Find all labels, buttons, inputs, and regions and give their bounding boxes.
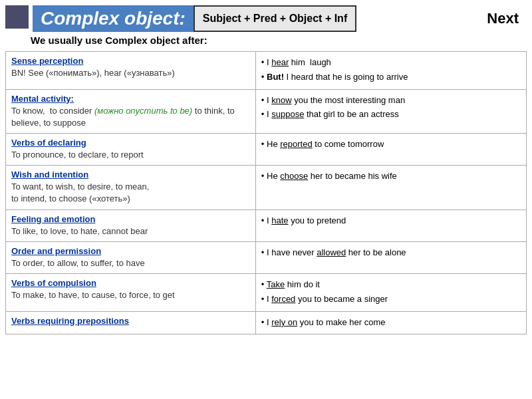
example-line: • I have never allowed her to be alone — [261, 246, 521, 260]
example-cell-verbs-compulsion: • Take him do it • I forced you to becam… — [255, 273, 526, 311]
example-line: • I hear him laugh — [261, 56, 521, 70]
table-row: Wish and intention To want, to wish, to … — [6, 166, 527, 209]
category-cell-wish-intention: Wish and intention To want, to wish, to … — [6, 166, 256, 209]
example-line: • I suppose that girl to be an actress — [261, 108, 521, 122]
example-cell-feeling-emotion: • I hate you to pretend — [255, 209, 526, 241]
table-row: Verbs requiring prepositions • I rely on… — [6, 311, 527, 334]
table-row: Feeling and emotion To like, to love, to… — [6, 209, 527, 241]
category-desc-order-permission: To order, to allow, to suffer, to have — [11, 258, 145, 268]
category-desc-sense-perception: ВN! See («понимать»), hear («узнавать») — [11, 68, 175, 78]
category-desc-verbs-compulsion: To make, to have, to cause, to force, to… — [11, 290, 175, 300]
category-title-verbs-compulsion: Verbs of compulsion — [11, 278, 250, 288]
category-title-sense-perception: Sense perception — [11, 56, 250, 66]
category-cell-mental-activity: Mental activity: To know, to consider (м… — [6, 89, 256, 133]
table-row: Verbs of compulsion To make, to have, to… — [6, 273, 527, 311]
category-desc-wish-intention: To want, to wish, to desire, to mean,to … — [11, 182, 149, 203]
corner-decoration — [5, 5, 29, 29]
example-line: • I hate you to pretend — [261, 214, 521, 228]
category-cell-verbs-prepositions: Verbs requiring prepositions — [6, 311, 256, 334]
example-cell-wish-intention: • He choose her to became his wife — [255, 166, 526, 209]
example-line: • I know you the most interesting man — [261, 94, 521, 108]
example-cell-sense-perception: • I hear him laugh • But! I heard that h… — [255, 52, 526, 90]
example-cell-verbs-prepositions: • I rely on you to make her come — [255, 311, 526, 334]
category-cell-verbs-compulsion: Verbs of compulsion To make, to have, to… — [6, 273, 256, 311]
main-table: Sense perception ВN! See («понимать»), h… — [5, 51, 527, 334]
example-line: • He reported to come tomorrow — [261, 138, 521, 152]
subtitle-text: We usually use Complex object after: — [31, 35, 207, 46]
category-title-order-permission: Order and permission — [11, 246, 250, 256]
example-cell-mental-activity: • I know you the most interesting man • … — [255, 89, 526, 133]
table-row: Verbs of declaring To pronounce, to decl… — [6, 133, 527, 165]
header: Complex object: Subject + Pred + Object … — [0, 0, 532, 32]
category-title-wish-intention: Wish and intention — [11, 170, 250, 180]
category-cell-sense-perception: Sense perception ВN! See («понимать»), h… — [6, 52, 256, 90]
title-text: Complex object: — [41, 8, 186, 29]
category-cell-verbs-declaring: Verbs of declaring To pronounce, to decl… — [6, 133, 256, 165]
category-cell-order-permission: Order and permission To order, to allow,… — [6, 241, 256, 273]
category-desc-feeling-emotion: To like, to love, to hate, cannot bear — [11, 226, 148, 236]
next-label: Next — [487, 10, 519, 27]
example-line: • I rely on you to make her come — [261, 316, 521, 330]
category-title-feeling-emotion: Feeling and emotion — [11, 214, 250, 224]
category-desc-verbs-declaring: To pronounce, to declare, to report — [11, 150, 144, 160]
category-desc-mental-activity: To know, to consider (можно опустить to … — [11, 106, 235, 128]
page-title: Complex object: — [33, 5, 194, 32]
example-line: • He choose her to became his wife — [261, 170, 521, 184]
example-line: • I forced you to became a singer — [261, 293, 521, 307]
formula-box: Subject + Pred + Object + Inf — [194, 5, 356, 32]
example-cell-verbs-declaring: • He reported to come tomorrow — [255, 133, 526, 165]
category-title-mental-activity: Mental activity: — [11, 94, 250, 104]
table-row: Order and permission To order, to allow,… — [6, 241, 527, 273]
example-cell-order-permission: • I have never allowed her to be alone — [255, 241, 526, 273]
category-title-verbs-prepositions: Verbs requiring prepositions — [11, 316, 250, 326]
example-line: • But! I heard that he is going to arriv… — [261, 70, 521, 84]
subtitle: We usually use Complex object after: — [0, 32, 532, 49]
category-title-verbs-declaring: Verbs of declaring — [11, 138, 250, 148]
table-row: Sense perception ВN! See («понимать»), h… — [6, 52, 527, 90]
category-cell-feeling-emotion: Feeling and emotion To like, to love, to… — [6, 209, 256, 241]
formula-text: Subject + Pred + Object + Inf — [203, 13, 347, 25]
table-row: Mental activity: To know, to consider (м… — [6, 89, 527, 133]
example-line: • Take him do it — [261, 278, 521, 292]
next-button[interactable]: Next — [479, 5, 527, 32]
